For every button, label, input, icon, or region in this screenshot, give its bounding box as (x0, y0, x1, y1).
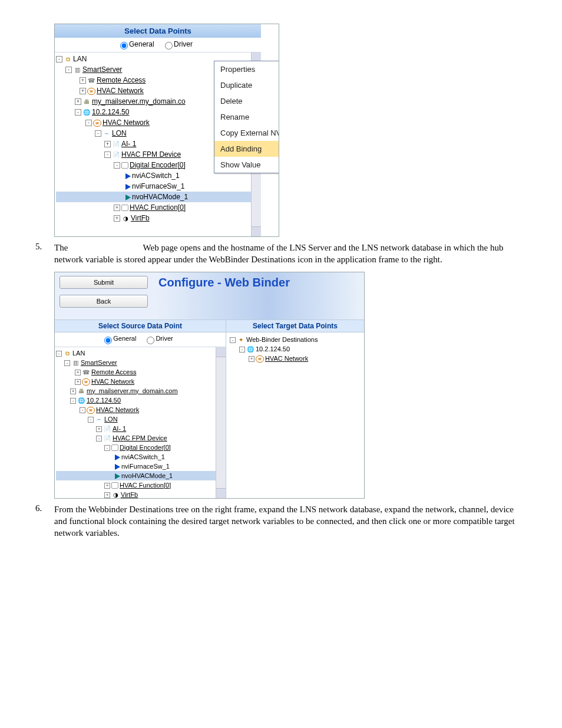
ctx-copy-external-nv[interactable]: Copy External NV (214, 125, 279, 141)
target-tree: -✦Web-Binder Destinations -🌐10.2.124.50 … (226, 332, 364, 365)
radio-general-2[interactable] (104, 337, 112, 344)
expand-icon[interactable]: - (65, 67, 72, 73)
expand-icon[interactable]: - (70, 398, 76, 404)
fb-icon (111, 482, 118, 489)
radio-general-label: General (129, 40, 154, 48)
nv-input-icon (125, 184, 131, 190)
node-ip[interactable]: 10.2.124.50 (92, 108, 129, 116)
node-lan[interactable]: LAN (73, 55, 87, 63)
expand-icon[interactable]: + (114, 215, 120, 222)
src-remote-access[interactable]: Remote Access (91, 368, 136, 375)
lon-icon: w (87, 88, 95, 95)
src-hvac-net-2[interactable]: HVAC Network (96, 406, 139, 413)
expand-icon[interactable]: - (230, 337, 236, 343)
step-5: 5. The Web page opens and the hostname o… (35, 242, 527, 266)
expand-icon[interactable]: + (75, 370, 81, 375)
scrollbar[interactable] (216, 347, 226, 498)
lon-icon: w (256, 355, 264, 363)
expand-icon[interactable]: + (96, 426, 102, 432)
ctx-duplicate[interactable]: Duplicate (214, 77, 279, 93)
node-nv-ac[interactable]: nviACSwitch_1 (132, 172, 180, 180)
expand-icon[interactable]: - (239, 347, 245, 353)
src-hvac-net-1[interactable]: HVAC Network (91, 378, 134, 385)
node-dig-enc[interactable]: Digital Encoder[0] (130, 161, 186, 169)
src-virtfb[interactable]: VirtFb (121, 491, 138, 498)
src-nv-furnace[interactable]: nviFurnaceSw_1 (121, 463, 170, 470)
expand-icon[interactable]: - (56, 351, 62, 357)
node-hvac-func[interactable]: HVAC Function[0] (130, 203, 186, 212)
src-ai1[interactable]: AI- 1 (113, 425, 126, 432)
ctx-add-binding[interactable]: Add Binding (214, 141, 279, 157)
fb-icon (111, 444, 118, 451)
expand-icon[interactable]: - (88, 417, 94, 423)
src-hvac-fpm[interactable]: HVAC FPM Device (113, 434, 167, 442)
expand-icon[interactable]: - (75, 109, 81, 116)
node-hvac-net-2[interactable]: HVAC Network (103, 118, 150, 127)
src-ip[interactable]: 10.2.124.50 (87, 397, 121, 404)
server-icon: ▥ (71, 360, 80, 367)
node-remote-access[interactable]: Remote Access (97, 76, 146, 84)
node-nv-furnace[interactable]: nviFurnaceSw_1 (132, 182, 184, 190)
ctx-properties[interactable]: Properties (214, 61, 279, 77)
expand-icon[interactable]: - (104, 445, 110, 451)
node-nv-mode[interactable]: nvoHVACMode_1 (132, 193, 188, 201)
globe-icon: 🌐 (246, 346, 254, 353)
src-hvac-func[interactable]: HVAC Function[0] (120, 482, 171, 489)
expand-icon[interactable]: + (75, 379, 81, 385)
src-dig-enc[interactable]: Digital Encoder[0] (120, 444, 171, 451)
radio-general[interactable] (120, 42, 128, 50)
expand-icon[interactable]: + (70, 388, 76, 394)
mailserver-icon: 🖶 (77, 388, 85, 395)
radio-driver-2[interactable] (147, 337, 154, 344)
expand-icon[interactable]: + (114, 205, 120, 211)
expand-icon[interactable]: - (56, 56, 62, 62)
src-smartserver[interactable]: SmartServer (81, 359, 117, 366)
expand-icon[interactable]: + (104, 483, 110, 489)
fb-icon (121, 162, 128, 169)
expand-icon[interactable]: + (75, 98, 81, 105)
device-icon: 📄 (112, 151, 120, 159)
radio-driver[interactable] (165, 42, 173, 50)
tgt-ip[interactable]: 10.2.124.50 (256, 345, 290, 353)
expand-icon[interactable]: + (249, 356, 254, 362)
expand-icon[interactable]: + (104, 141, 111, 147)
device-icon: 📄 (103, 426, 111, 433)
node-ai1[interactable]: AI- 1 (121, 140, 136, 148)
expand-icon[interactable]: - (85, 120, 92, 126)
expand-icon[interactable]: - (64, 360, 70, 366)
src-nv-ac[interactable]: nviACSwitch_1 (121, 453, 165, 460)
ctx-rename[interactable]: Rename (214, 109, 279, 125)
node-hvac-fpm[interactable]: HVAC FPM Device (121, 150, 181, 159)
node-virtfb[interactable]: VirtFb (131, 214, 150, 222)
virtfb-icon: ◑ (121, 215, 130, 222)
expand-icon[interactable]: - (104, 151, 111, 158)
step-6: 6. From the Webbinder Destinations tree … (35, 503, 527, 539)
expand-icon[interactable]: + (104, 492, 110, 498)
ctx-delete[interactable]: Delete (214, 93, 279, 109)
src-lon[interactable]: LON (104, 416, 118, 423)
nv-input-icon (115, 464, 120, 470)
globe-icon: 🌐 (77, 397, 85, 404)
page-title: Configure - Web Binder (153, 272, 364, 319)
network-icon: ⧉ (63, 350, 71, 357)
expand-icon[interactable]: + (80, 77, 86, 84)
tgt-root[interactable]: Web-Binder Destinations (246, 336, 318, 343)
expand-icon[interactable]: + (80, 88, 86, 94)
src-lan[interactable]: LAN (72, 350, 85, 357)
node-smartserver[interactable]: SmartServer (82, 65, 122, 74)
tgt-hvac-net[interactable]: HVAC Network (265, 355, 308, 362)
back-button[interactable]: Back (59, 295, 148, 308)
src-nv-mode[interactable]: nvoHVACMode_1 (121, 472, 173, 479)
ctx-show-value[interactable]: Show Value (214, 157, 279, 173)
expand-icon[interactable]: - (95, 130, 101, 137)
expand-icon[interactable]: - (96, 436, 102, 442)
src-mailserver[interactable]: my_mailserver.my_domain.com (87, 387, 178, 394)
submit-button[interactable]: Submit (59, 276, 148, 289)
radio-general-label-2: General (113, 335, 136, 342)
expand-icon[interactable]: - (80, 407, 85, 413)
node-mailserver[interactable]: my_mailserver.my_domain.co (92, 97, 186, 106)
node-hvac-net-1[interactable]: HVAC Network (97, 87, 144, 95)
node-lon[interactable]: LON (112, 129, 127, 137)
expand-icon[interactable]: - (114, 162, 120, 169)
nv-output-icon (115, 473, 120, 479)
